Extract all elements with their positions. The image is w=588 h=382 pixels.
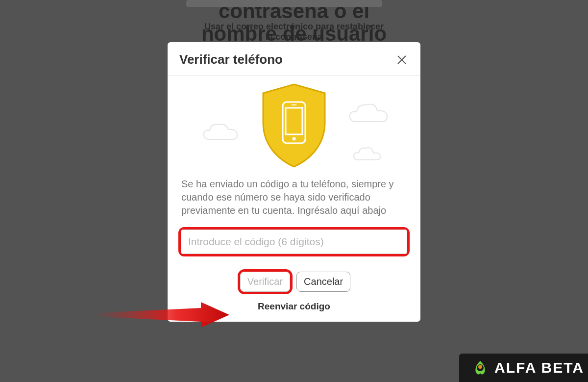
alfa-beta-logo-icon xyxy=(472,359,489,376)
instruction-text: Se ha enviado un código a tu teléfono, s… xyxy=(181,178,407,217)
svg-point-2 xyxy=(293,137,296,141)
verify-button[interactable]: Verificar xyxy=(240,272,290,292)
cloud-icon xyxy=(345,100,394,127)
code-input-highlight xyxy=(178,227,410,256)
modal-body: Se ha enviado un código a tu teléfono, s… xyxy=(168,76,420,312)
close-icon[interactable] xyxy=(395,53,409,67)
modal-header: Verificar teléfono xyxy=(168,42,420,76)
shield-phone-illustration xyxy=(179,76,409,174)
modal-title: Verificar teléfono xyxy=(179,52,283,67)
svg-point-6 xyxy=(478,365,482,369)
verify-phone-modal: Verificar teléfono Se ha enviado un códi… xyxy=(168,42,420,322)
shield-icon xyxy=(257,81,331,170)
svg-marker-4 xyxy=(98,302,229,328)
cancel-button[interactable]: Cancelar xyxy=(296,272,350,292)
watermark-text: ALFA BETA xyxy=(494,359,584,376)
annotation-arrow-icon xyxy=(98,301,230,329)
verify-button-highlight: Verificar xyxy=(238,269,293,294)
cloud-icon xyxy=(350,144,384,164)
cloud-icon xyxy=(199,120,243,144)
watermark: ALFA BETA xyxy=(459,354,588,382)
verification-code-input[interactable] xyxy=(181,229,407,254)
modal-button-row: Verificar Cancelar xyxy=(179,269,409,294)
